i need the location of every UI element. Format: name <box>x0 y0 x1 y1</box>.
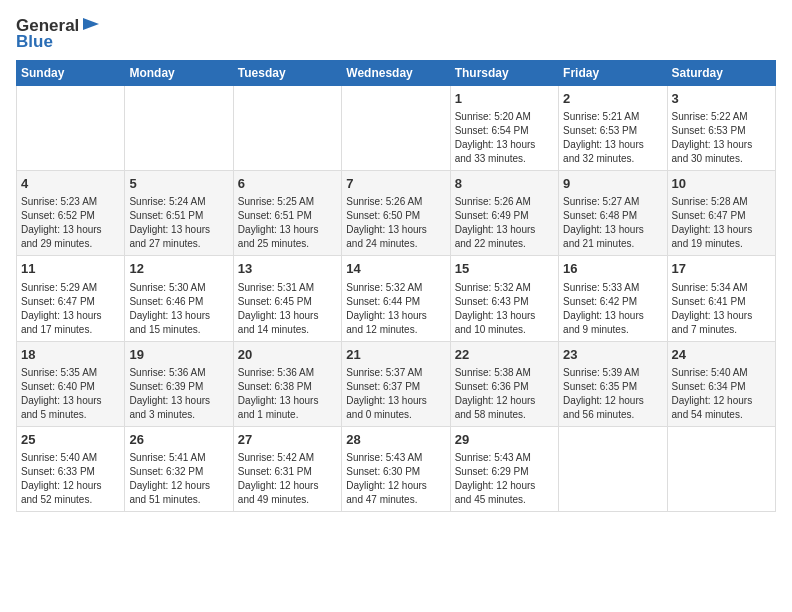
sunset-text: Sunset: 6:41 PM <box>672 295 771 309</box>
sunrise-text: Sunrise: 5:35 AM <box>21 366 120 380</box>
daylight-text-2: and 14 minutes. <box>238 323 337 337</box>
daylight-text: Daylight: 13 hours <box>346 394 445 408</box>
daylight-text-2: and 32 minutes. <box>563 152 662 166</box>
daylight-text-2: and 21 minutes. <box>563 237 662 251</box>
calendar-cell <box>667 426 775 511</box>
sunrise-text: Sunrise: 5:40 AM <box>21 451 120 465</box>
sunset-text: Sunset: 6:35 PM <box>563 380 662 394</box>
calendar-cell: 7Sunrise: 5:26 AMSunset: 6:50 PMDaylight… <box>342 171 450 256</box>
daylight-text: Daylight: 13 hours <box>455 223 554 237</box>
daylight-text-2: and 27 minutes. <box>129 237 228 251</box>
calendar-cell: 8Sunrise: 5:26 AMSunset: 6:49 PMDaylight… <box>450 171 558 256</box>
calendar-cell: 18Sunrise: 5:35 AMSunset: 6:40 PMDayligh… <box>17 341 125 426</box>
daylight-text: Daylight: 13 hours <box>346 309 445 323</box>
sunset-text: Sunset: 6:52 PM <box>21 209 120 223</box>
calendar-cell: 24Sunrise: 5:40 AMSunset: 6:34 PMDayligh… <box>667 341 775 426</box>
day-number: 22 <box>455 346 554 364</box>
sunset-text: Sunset: 6:43 PM <box>455 295 554 309</box>
sunset-text: Sunset: 6:40 PM <box>21 380 120 394</box>
daylight-text: Daylight: 13 hours <box>455 309 554 323</box>
daylight-text-2: and 3 minutes. <box>129 408 228 422</box>
sunset-text: Sunset: 6:42 PM <box>563 295 662 309</box>
sunset-text: Sunset: 6:51 PM <box>238 209 337 223</box>
day-number: 2 <box>563 90 662 108</box>
daylight-text: Daylight: 12 hours <box>238 479 337 493</box>
sunrise-text: Sunrise: 5:40 AM <box>672 366 771 380</box>
sunrise-text: Sunrise: 5:25 AM <box>238 195 337 209</box>
week-row-3: 11Sunrise: 5:29 AMSunset: 6:47 PMDayligh… <box>17 256 776 341</box>
sunrise-text: Sunrise: 5:23 AM <box>21 195 120 209</box>
day-number: 9 <box>563 175 662 193</box>
day-number: 16 <box>563 260 662 278</box>
sunrise-text: Sunrise: 5:26 AM <box>346 195 445 209</box>
daylight-text: Daylight: 13 hours <box>238 394 337 408</box>
daylight-text: Daylight: 13 hours <box>129 223 228 237</box>
calendar-cell: 12Sunrise: 5:30 AMSunset: 6:46 PMDayligh… <box>125 256 233 341</box>
sunset-text: Sunset: 6:46 PM <box>129 295 228 309</box>
column-header-saturday: Saturday <box>667 61 775 86</box>
week-row-4: 18Sunrise: 5:35 AMSunset: 6:40 PMDayligh… <box>17 341 776 426</box>
daylight-text: Daylight: 12 hours <box>21 479 120 493</box>
day-number: 21 <box>346 346 445 364</box>
calendar-cell: 27Sunrise: 5:42 AMSunset: 6:31 PMDayligh… <box>233 426 341 511</box>
daylight-text: Daylight: 13 hours <box>672 309 771 323</box>
day-number: 12 <box>129 260 228 278</box>
sunset-text: Sunset: 6:50 PM <box>346 209 445 223</box>
day-number: 25 <box>21 431 120 449</box>
daylight-text-2: and 51 minutes. <box>129 493 228 507</box>
daylight-text: Daylight: 13 hours <box>346 223 445 237</box>
sunset-text: Sunset: 6:48 PM <box>563 209 662 223</box>
sunrise-text: Sunrise: 5:22 AM <box>672 110 771 124</box>
sunset-text: Sunset: 6:54 PM <box>455 124 554 138</box>
column-header-monday: Monday <box>125 61 233 86</box>
daylight-text-2: and 0 minutes. <box>346 408 445 422</box>
daylight-text-2: and 49 minutes. <box>238 493 337 507</box>
calendar-cell <box>233 86 341 171</box>
sunrise-text: Sunrise: 5:24 AM <box>129 195 228 209</box>
daylight-text: Daylight: 13 hours <box>455 138 554 152</box>
column-header-tuesday: Tuesday <box>233 61 341 86</box>
daylight-text-2: and 24 minutes. <box>346 237 445 251</box>
daylight-text-2: and 30 minutes. <box>672 152 771 166</box>
daylight-text-2: and 56 minutes. <box>563 408 662 422</box>
calendar-table: SundayMondayTuesdayWednesdayThursdayFrid… <box>16 60 776 512</box>
sunset-text: Sunset: 6:53 PM <box>672 124 771 138</box>
calendar-cell: 19Sunrise: 5:36 AMSunset: 6:39 PMDayligh… <box>125 341 233 426</box>
day-number: 26 <box>129 431 228 449</box>
sunrise-text: Sunrise: 5:31 AM <box>238 281 337 295</box>
week-row-5: 25Sunrise: 5:40 AMSunset: 6:33 PMDayligh… <box>17 426 776 511</box>
sunset-text: Sunset: 6:44 PM <box>346 295 445 309</box>
calendar-cell: 15Sunrise: 5:32 AMSunset: 6:43 PMDayligh… <box>450 256 558 341</box>
sunset-text: Sunset: 6:49 PM <box>455 209 554 223</box>
daylight-text-2: and 29 minutes. <box>21 237 120 251</box>
daylight-text: Daylight: 13 hours <box>563 138 662 152</box>
sunset-text: Sunset: 6:45 PM <box>238 295 337 309</box>
calendar-cell <box>17 86 125 171</box>
sunset-text: Sunset: 6:47 PM <box>21 295 120 309</box>
day-number: 5 <box>129 175 228 193</box>
daylight-text-2: and 19 minutes. <box>672 237 771 251</box>
calendar-cell: 28Sunrise: 5:43 AMSunset: 6:30 PMDayligh… <box>342 426 450 511</box>
sunrise-text: Sunrise: 5:32 AM <box>455 281 554 295</box>
day-number: 8 <box>455 175 554 193</box>
calendar-cell: 17Sunrise: 5:34 AMSunset: 6:41 PMDayligh… <box>667 256 775 341</box>
day-number: 28 <box>346 431 445 449</box>
day-number: 14 <box>346 260 445 278</box>
calendar-cell: 2Sunrise: 5:21 AMSunset: 6:53 PMDaylight… <box>559 86 667 171</box>
week-row-1: 1Sunrise: 5:20 AMSunset: 6:54 PMDaylight… <box>17 86 776 171</box>
sunrise-text: Sunrise: 5:42 AM <box>238 451 337 465</box>
sunrise-text: Sunrise: 5:43 AM <box>346 451 445 465</box>
sunset-text: Sunset: 6:47 PM <box>672 209 771 223</box>
page-header: General Blue <box>16 16 776 52</box>
calendar-cell <box>342 86 450 171</box>
sunrise-text: Sunrise: 5:20 AM <box>455 110 554 124</box>
daylight-text: Daylight: 12 hours <box>563 394 662 408</box>
calendar-cell: 29Sunrise: 5:43 AMSunset: 6:29 PMDayligh… <box>450 426 558 511</box>
daylight-text-2: and 45 minutes. <box>455 493 554 507</box>
calendar-cell: 26Sunrise: 5:41 AMSunset: 6:32 PMDayligh… <box>125 426 233 511</box>
calendar-cell: 16Sunrise: 5:33 AMSunset: 6:42 PMDayligh… <box>559 256 667 341</box>
column-header-wednesday: Wednesday <box>342 61 450 86</box>
daylight-text-2: and 47 minutes. <box>346 493 445 507</box>
daylight-text: Daylight: 12 hours <box>455 394 554 408</box>
sunset-text: Sunset: 6:38 PM <box>238 380 337 394</box>
